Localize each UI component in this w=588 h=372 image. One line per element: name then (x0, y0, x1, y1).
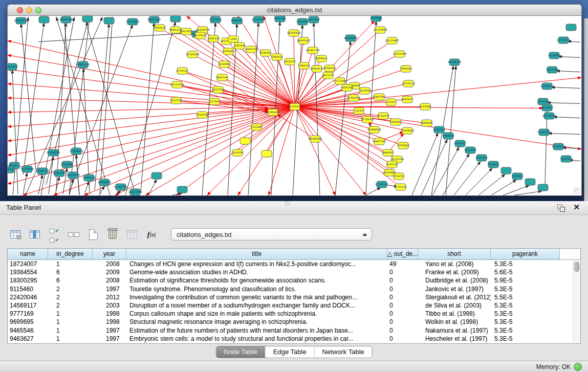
graph-node-yellow[interactable]: 1531664 (250, 124, 263, 130)
graph-node-teal[interactable] (104, 17, 114, 24)
graph-node-yellow[interactable]: 18724007 (288, 103, 301, 110)
graph-node-yellow[interactable]: 9146821 (259, 50, 271, 56)
table-row[interactable]: 946554611997Estimation of the future num… (8, 326, 580, 335)
column-header-out-de-[interactable]: △ out_de... (387, 249, 418, 260)
column-header-name[interactable]: name (8, 249, 48, 260)
graph-node-teal[interactable]: 11156869 (20, 166, 34, 172)
graph-node-yellow[interactable]: 1810755 (170, 97, 182, 104)
graph-node-teal[interactable] (170, 16, 181, 22)
graph-node-teal[interactable]: 9474444 (464, 147, 476, 154)
graph-node-yellow[interactable]: 10807487 (373, 94, 386, 100)
graph-node-yellow[interactable]: 7624354 (231, 149, 244, 156)
delete-table-icon[interactable] (126, 228, 138, 240)
graph-node-teal[interactable]: 20206556 (47, 149, 60, 156)
table-selector-dropdown[interactable]: citations_edges.txt (171, 228, 372, 240)
graph-node-yellow[interactable]: 417004 (209, 98, 220, 105)
graph-node-teal[interactable]: 15136141 (375, 181, 388, 188)
graph-node-yellow[interactable]: 7524540 (196, 112, 208, 118)
graph-node-yellow[interactable]: 12213967 (385, 37, 399, 44)
function-builder-icon[interactable]: f(x) (145, 228, 158, 240)
graph-node-teal[interactable]: 9640954 (433, 126, 445, 133)
graph-node-teal[interactable] (501, 167, 511, 174)
graph-node-yellow[interactable] (240, 138, 250, 144)
graph-node-yellow[interactable]: 8912954 (180, 28, 192, 35)
graph-node-teal[interactable]: 24935574 (14, 17, 28, 24)
table-options-icon[interactable] (9, 228, 21, 240)
graph-node-teal[interactable]: 39159 (8, 166, 14, 173)
graph-node-yellow[interactable]: 18275031 (193, 32, 207, 39)
graph-node-yellow[interactable]: 252254 (394, 173, 404, 180)
graph-node-teal[interactable]: 1244419 (537, 98, 549, 105)
graph-node-yellow[interactable]: 9242848 (218, 61, 230, 68)
graph-node-teal[interactable]: 9129946 (548, 52, 560, 59)
graph-node-yellow[interactable]: 19904437 (310, 65, 323, 72)
graph-node-yellow[interactable]: 10973493 (393, 51, 406, 57)
graph-node-teal[interactable]: 6466140 (231, 17, 243, 24)
column-header-short[interactable]: short (418, 249, 491, 260)
tab-node-table[interactable]: Node Table (216, 346, 265, 358)
table-row[interactable]: 977716911998Corpus callosum shape and si… (8, 310, 580, 318)
graph-node-yellow[interactable]: 22420046 (186, 51, 199, 58)
graph-node-teal[interactable]: 2087682 (370, 16, 382, 21)
graph-node-teal[interactable]: 924501 (512, 173, 522, 180)
citation-network-graph[interactable]: 2493557420691406160338091065328778572241… (8, 16, 581, 195)
graph-node-yellow[interactable]: 9152440 (377, 113, 389, 119)
graph-node-yellow[interactable]: 17654923 (401, 127, 414, 134)
graph-node-teal[interactable]: 12942757 (36, 168, 49, 174)
graph-node-yellow[interactable]: 18807243 (373, 138, 386, 145)
graph-node-yellow[interactable]: 8186328 (207, 35, 219, 42)
graph-node-yellow[interactable]: 7485063 (400, 65, 411, 72)
column-visibility-icon[interactable] (29, 228, 41, 240)
graph-node-teal[interactable]: 10653287 (147, 16, 161, 23)
column-header-pagerank[interactable]: pagerank (491, 249, 560, 260)
graph-node-yellow[interactable]: 7955812 (315, 55, 327, 62)
tab-network-table[interactable]: Network Table (314, 346, 372, 358)
graph-node-yellow[interactable]: 1699691 (389, 119, 401, 125)
graph-node-yellow[interactable]: 1733426 (395, 184, 406, 190)
graph-node-teal[interactable]: 116753 (561, 156, 571, 162)
graph-node-teal[interactable]: 7515526 (296, 18, 308, 25)
scrollbar-thumb[interactable] (574, 262, 579, 272)
graph-node-yellow[interactable] (262, 150, 272, 157)
graph-node-yellow[interactable]: 1588520 (271, 54, 282, 60)
graph-node-teal[interactable]: 2053103 (8, 63, 18, 70)
graph-node-yellow[interactable]: 12213343 (170, 81, 184, 88)
graph-node-teal[interactable]: 9227343 (546, 67, 558, 73)
graph-node-yellow[interactable]: 9777169 (334, 78, 345, 84)
graph-node-yellow[interactable]: 12210 (354, 107, 364, 114)
graph-node-teal[interactable]: 20953346 (76, 61, 90, 68)
column-header-year[interactable]: year (93, 249, 126, 260)
graph-node-teal[interactable]: 9215953 (541, 104, 553, 111)
create-column-icon[interactable] (87, 228, 99, 240)
graph-node-teal[interactable]: 17957222 (82, 174, 96, 181)
graph-node-teal[interactable]: 9197588 (61, 161, 73, 168)
graph-node-teal[interactable] (538, 184, 548, 191)
graph-node-teal[interactable]: 16033809 (126, 18, 139, 25)
graph-node-yellow[interactable]: 8454749 (245, 46, 257, 53)
graph-node-yellow[interactable]: 19384554 (309, 136, 322, 142)
graph-node-yellow[interactable]: 16961758 (306, 47, 319, 54)
splitter-handle[interactable] (285, 202, 290, 205)
graph-node-yellow[interactable]: 16154838 (374, 27, 387, 33)
table-row[interactable]: 1830029562008Estimation of significance … (8, 276, 580, 285)
graph-node-teal[interactable]: 15992971 (537, 129, 551, 136)
graph-node-teal[interactable] (39, 16, 49, 23)
graph-node-teal[interactable] (151, 172, 162, 179)
graph-node-yellow[interactable]: 20364456 (347, 95, 360, 101)
graph-node-teal[interactable]: 12923446 (128, 189, 142, 195)
graph-node-yellow[interactable]: 15720407 (361, 116, 374, 123)
graph-node-yellow[interactable]: 2367608 (233, 42, 245, 49)
graph-node-yellow[interactable]: 9756928 (397, 142, 409, 149)
float-panel-button[interactable] (557, 204, 564, 211)
table-row[interactable]: 1938455462009Genome-wide association stu… (8, 268, 580, 276)
graph-node-yellow[interactable]: 2803144 (216, 74, 228, 81)
vertical-scrollbar[interactable] (573, 260, 580, 343)
table-row[interactable]: 969969511998Structural magnetic resonanc… (8, 318, 580, 326)
network-canvas[interactable]: 2493557420691406160338091065328778572241… (7, 16, 582, 196)
graph-node-yellow[interactable]: 9794028 (323, 65, 335, 72)
graph-node-teal[interactable]: 8958923 (442, 133, 454, 139)
graph-node-teal[interactable]: 13505135 (67, 172, 80, 179)
graph-node-yellow[interactable]: 8427552 (212, 86, 224, 93)
graph-node-teal[interactable]: 20691406 (59, 16, 73, 23)
graph-node-teal[interactable]: 2935114 (475, 155, 488, 161)
